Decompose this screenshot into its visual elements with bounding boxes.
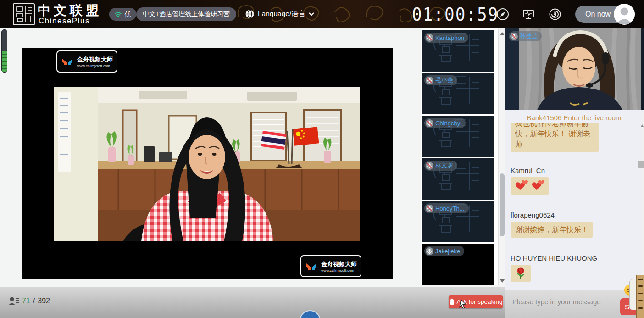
user-avatar[interactable] <box>614 4 635 25</box>
mic-muted-icon <box>510 33 518 40</box>
chineseplus-seal-logo <box>13 3 35 25</box>
watermark-bottom-right: 金舟视频大师 www.callmysoft.com <box>300 255 361 277</box>
header-divider <box>105 7 105 22</box>
participants-column: Kantaphon 毛小燕 Chingchyi <box>421 28 498 285</box>
sticker-glyph <box>638 285 643 287</box>
online-count: 71 <box>22 297 30 305</box>
message-input[interactable] <box>511 297 614 306</box>
toolbar-divider <box>46 292 46 312</box>
participant-tile[interactable]: Chingchyi <box>422 116 494 157</box>
letterbox-bar <box>640 28 644 110</box>
ask-for-speaking-button[interactable]: Ask for speaking <box>449 295 503 308</box>
globe-icon <box>245 9 255 19</box>
participant-name-badge: Jakejieke <box>424 246 464 256</box>
logo-english-title: ChinesePlus <box>39 17 90 26</box>
participant-tile[interactable]: 林文超 <box>422 158 494 200</box>
sticker-glyph <box>638 300 643 301</box>
enter-room-notice: Bank41506 Enter the live room <box>511 114 638 122</box>
course-title-label: 中文+酒店管理线上体验研习营 <box>143 10 230 18</box>
participant-tile[interactable]: Jakejieke <box>422 244 494 285</box>
mic-muted-icon <box>426 34 433 42</box>
sticker-peek[interactable] <box>636 275 644 318</box>
two-hearts-emoji <box>515 179 528 192</box>
capacity-count: 392 <box>38 297 50 305</box>
participant-name-badge: Kantaphon <box>424 33 468 43</box>
participant-name-badge: HoneyTh... <box>424 203 469 213</box>
mic-muted-icon <box>426 119 433 127</box>
audio-level-fill <box>2 51 7 72</box>
scrollbar-thumb[interactable] <box>500 173 505 236</box>
bottom-toolbar: 71 / 392 Ask for speaking <box>0 287 505 318</box>
chat-scrollbar[interactable] <box>641 112 644 290</box>
scroll-up-arrow[interactable] <box>500 32 505 35</box>
spiral-target-icon[interactable] <box>549 8 561 21</box>
participant-tile[interactable]: 毛小燕 <box>422 73 494 114</box>
wifi-icon <box>114 11 122 18</box>
live-timer-clock: 01:00:59 <box>412 4 499 24</box>
language-label: Language/语言 <box>258 9 305 19</box>
sticker-glyph <box>638 293 643 294</box>
speaker-video-feed <box>54 87 360 241</box>
screen-monitor-icon[interactable] <box>522 8 535 21</box>
participant-tile[interactable]: HoneyTh... <box>422 201 494 242</box>
chat-bubble: 我也祝各位老师新年愉快，新年快乐！ 谢谢老师 <box>511 123 599 152</box>
mic-muted-icon <box>426 162 433 170</box>
sticker-glyph <box>638 279 643 280</box>
viewer-count: 71 / 392 <box>8 296 50 306</box>
watermark-site: www.callmysoft.com <box>77 64 113 68</box>
top-header-bar: 中文联盟 ChinesePlus 优 中文+酒店管理线上体验研习营 <box>0 0 644 28</box>
course-title-button[interactable]: 中文+酒店管理线上体验研习营 <box>136 7 236 21</box>
chat-message-clipped: 我也祝各位老师新年愉快，新年快乐！ 谢谢老师 <box>511 123 644 152</box>
chat-scrollbar-thumb[interactable] <box>638 161 644 168</box>
count-divider: / <box>33 297 35 305</box>
quality-label: 优 <box>124 10 131 19</box>
chat-username: HO HUYEN HIEU KHUONG <box>511 254 644 262</box>
scroll-down-arrow[interactable] <box>500 279 505 283</box>
watermark-name: 金舟视频大师 <box>77 56 113 64</box>
raised-hand-icon <box>449 298 455 305</box>
mic-muted-icon <box>426 77 433 84</box>
main-video-stage[interactable]: 金舟视频大师 www.callmysoft.com 金舟视频大师 www.cal… <box>22 48 393 279</box>
participant-name-badge: Chingchyi <box>424 118 466 128</box>
audience-icon <box>8 296 19 306</box>
chat-panel[interactable]: Bank41506 Enter the live room 我也祝各位老师新年愉… <box>505 110 644 290</box>
presenter-video-tile[interactable]: 孙佳莹 <box>505 28 644 110</box>
chat-bubble-emoji <box>511 177 549 195</box>
participant-tile[interactable]: Kantaphon <box>422 30 494 72</box>
watermark-name: 金舟视频大师 <box>321 260 357 268</box>
mic-muted-icon <box>426 205 433 212</box>
scroll-up-arrow[interactable] <box>641 124 644 127</box>
rose-emoji <box>515 267 527 280</box>
sticker-glyph <box>638 307 643 309</box>
watermark-site: www.callmysoft.com <box>321 268 357 273</box>
compass-icon[interactable] <box>496 8 509 21</box>
message-composer: Send <box>505 290 644 318</box>
chat-username: Kamrul_Cn <box>511 167 644 174</box>
on-now-label: On now <box>585 10 611 18</box>
audio-level-meter <box>1 29 7 73</box>
presenter-name-badge: 孙佳莹 <box>509 31 542 41</box>
participants-scrollbar[interactable] <box>498 29 505 285</box>
chat-username: florapeng0624 <box>511 211 644 219</box>
network-quality-badge[interactable]: 优 <box>109 8 136 21</box>
participant-name-badge: 林文超 <box>424 161 457 171</box>
chevron-down-icon <box>309 12 314 16</box>
watermark-top-left: 金舟视频大师 www.callmysoft.com <box>56 50 117 73</box>
mic-on-icon <box>426 247 433 255</box>
main-stage-area: 金舟视频大师 www.callmysoft.com 金舟视频大师 www.cal… <box>0 28 421 287</box>
chat-bubble: 谢谢婉婷，新年快乐！ <box>511 222 593 238</box>
language-selector[interactable]: Language/语言 <box>245 9 314 19</box>
chat-bubble-emoji <box>511 265 531 282</box>
callmysoft-logo-icon <box>61 56 74 67</box>
callmysoft-logo-icon <box>305 261 318 272</box>
two-hearts-emoji <box>531 179 545 192</box>
participant-name-badge: 毛小燕 <box>424 75 457 85</box>
live-classroom-app: 中文联盟 ChinesePlus 优 中文+酒店管理线上体验研习营 <box>0 0 644 318</box>
mouse-cursor <box>459 299 468 309</box>
